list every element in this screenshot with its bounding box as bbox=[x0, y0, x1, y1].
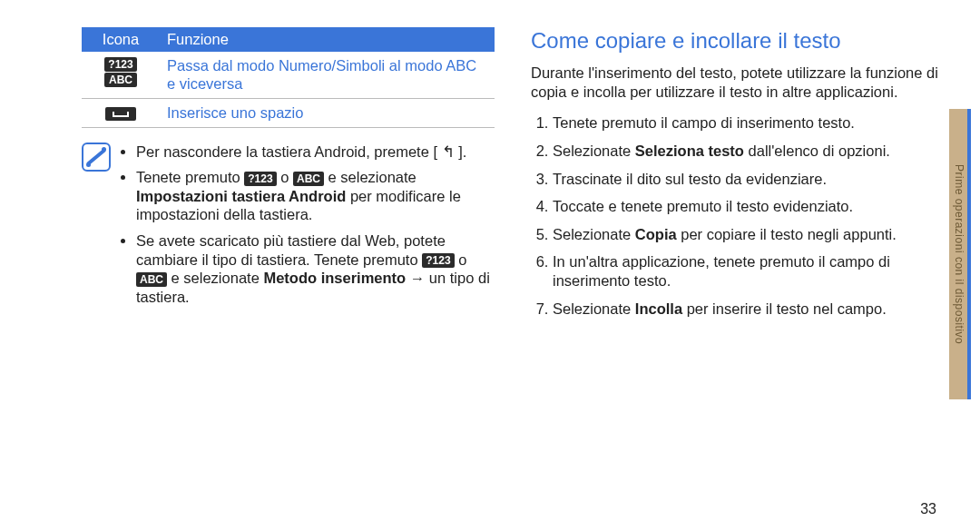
side-tab: Prime operazioni con il dispositivo bbox=[949, 109, 971, 399]
note-item: Per nascondere la tastiera Android, prem… bbox=[136, 143, 495, 162]
key-abc-icon: ABC bbox=[104, 73, 136, 87]
step-item: Toccate e tenete premuto il testo eviden… bbox=[553, 197, 944, 216]
note-item: Se avete scaricato più tastiere dal Web,… bbox=[136, 231, 495, 307]
step-item: Trascinate il dito sul testo da evidenzi… bbox=[553, 170, 944, 189]
bold-text: Copia bbox=[635, 226, 677, 242]
step-item: Selezionate Copia per copiare il testo n… bbox=[553, 225, 944, 244]
table-row: ?123 ABC Passa dal modo Numero/Simboli a… bbox=[82, 52, 495, 99]
note-item: Tenete premuto ?123 o ABC e selezionate … bbox=[136, 168, 495, 224]
th-funzione: Funzione bbox=[160, 27, 495, 52]
back-icon: ↰ bbox=[442, 143, 455, 160]
cell-func: Inserisce uno spazio bbox=[160, 98, 495, 127]
th-icona: Icona bbox=[82, 27, 160, 52]
key-abc-icon: ABC bbox=[136, 272, 167, 287]
intro-paragraph: Durante l'inserimento del testo, potete … bbox=[531, 64, 944, 101]
page-number: 33 bbox=[920, 500, 936, 518]
cell-icon: ?123 ABC bbox=[82, 52, 160, 99]
table-row: Inserisce uno spazio bbox=[82, 98, 495, 127]
section-heading: Come copiare e incollare il testo bbox=[531, 27, 944, 54]
cell-func: Passa dal modo Numero/Simboli al modo AB… bbox=[160, 52, 495, 99]
mode-toggle-icon: ?123 ABC bbox=[104, 56, 136, 88]
icon-function-table: Icona Funzione ?123 ABC Passa dal modo N… bbox=[82, 27, 495, 128]
key-?123-icon: ?123 bbox=[244, 172, 276, 186]
step-item: In un'altra applicazione, tenete premuto… bbox=[553, 252, 944, 290]
bold-text: Metodo inserimento bbox=[263, 270, 406, 286]
note-block: Per nascondere la tastiera Android, prem… bbox=[82, 143, 495, 314]
cell-icon bbox=[82, 98, 160, 127]
page: Icona Funzione ?123 ABC Passa dal modo N… bbox=[0, 0, 980, 531]
key-space-icon bbox=[105, 107, 136, 121]
step-item: Tenete premuto il campo di inserimento t… bbox=[553, 113, 944, 133]
key-abc-icon: ABC bbox=[293, 172, 324, 186]
right-column: Come copiare e incollare il testo Durant… bbox=[531, 27, 944, 513]
steps-list: Tenete premuto il campo di inserimento t… bbox=[531, 113, 944, 318]
key-?123-icon: ?123 bbox=[422, 253, 454, 268]
key-123-icon: ?123 bbox=[104, 57, 136, 72]
left-column: Icona Funzione ?123 ABC Passa dal modo N… bbox=[82, 27, 495, 513]
table-header-row: Icona Funzione bbox=[82, 27, 495, 52]
bold-text: Seleziona testo bbox=[635, 143, 744, 159]
step-item: Selezionate Seleziona testo dall'elenco … bbox=[553, 142, 944, 161]
step-item: Selezionate Incolla per inserire il test… bbox=[553, 300, 944, 319]
note-icon bbox=[82, 143, 111, 172]
bold-text: Incolla bbox=[635, 300, 682, 317]
bold-text: Impostazioni tastiera Android bbox=[136, 188, 346, 204]
note-list: Per nascondere la tastiera Android, prem… bbox=[120, 143, 495, 314]
